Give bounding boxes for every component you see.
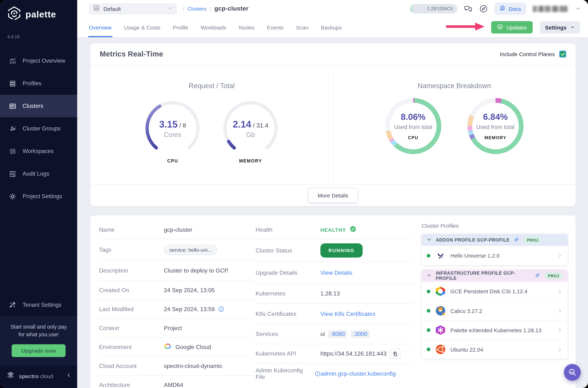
table-row: Kubernetes API https://34.54.126.181:443 bbox=[255, 344, 414, 364]
request-total-title: Request / Total bbox=[189, 82, 235, 90]
table-row: Services ui :8080 :3000 bbox=[255, 324, 414, 344]
app-version: 4.4.19 bbox=[0, 24, 77, 43]
check-circle-icon bbox=[349, 225, 356, 234]
tab-events[interactable]: Events bbox=[267, 18, 284, 37]
addon-profile-header[interactable]: ADDON PROFILE GCP-PROFILE PROJ bbox=[422, 234, 568, 246]
breadcrumb-clusters-link[interactable]: Clusters bbox=[187, 6, 206, 12]
sidebar-footer: spectro cloud bbox=[0, 365, 77, 388]
addon-profile-name: ADDON PROFILE GCP-PROFILE bbox=[436, 237, 510, 242]
memory-total-value: 31.4 bbox=[256, 122, 268, 129]
settings-label: Settings bbox=[545, 24, 566, 30]
chevron-right-icon bbox=[557, 308, 563, 314]
table-row: Tags service: hello-uni... bbox=[98, 239, 255, 261]
metrics-title: Metrics Real-Time bbox=[100, 50, 163, 58]
tools-icon bbox=[9, 301, 16, 309]
architecture-value: AMD64 bbox=[164, 382, 183, 388]
namespace-memory-caption: MEMORY bbox=[484, 135, 506, 140]
breadcrumb: / Clusters / gcp-cluster bbox=[183, 5, 249, 12]
tab-workloads[interactable]: Workloads bbox=[201, 18, 226, 37]
table-row: Kubernetes 1.28.13 bbox=[255, 284, 414, 304]
service-port-link[interactable]: :3000 bbox=[351, 330, 370, 338]
tab-overview[interactable]: Overview bbox=[89, 18, 112, 37]
infrastructure-profile-header[interactable]: INFRASTRUCTURE PROFILE GCP-PROFILE PROJ bbox=[422, 270, 568, 282]
bar-chart-icon bbox=[9, 57, 16, 65]
cpu-gauge: 3.15 / 8 Cores CPU bbox=[144, 99, 202, 164]
chevron-down-icon bbox=[168, 5, 173, 12]
memory-caption: MEMORY bbox=[239, 158, 262, 164]
copy-button[interactable] bbox=[390, 348, 401, 359]
docs-button[interactable]: Docs bbox=[495, 2, 526, 15]
status-badge: RUNNING bbox=[320, 243, 363, 258]
sidebar-item-clusters[interactable]: Clusters bbox=[0, 95, 77, 117]
compass-icon[interactable] bbox=[479, 4, 488, 13]
tab-profile[interactable]: Profile bbox=[173, 18, 188, 37]
gce-disk-logo-icon bbox=[435, 286, 445, 296]
sidebar-collapse-chevron-icon[interactable] bbox=[66, 373, 71, 379]
created-on-value: 24 Sep 2024, 13:05 bbox=[164, 287, 215, 293]
namespace-breakdown-panel: Namespace Breakdown 8.06% Used from tota… bbox=[333, 65, 576, 184]
upgrade-now-button[interactable]: Upgrade now bbox=[12, 344, 65, 357]
more-details-button[interactable]: More Details bbox=[309, 189, 357, 202]
metrics-card: Metrics Real-Time Include Control Planes… bbox=[90, 43, 576, 206]
include-control-planes-checkbox[interactable] bbox=[559, 51, 566, 58]
chat-icon[interactable] bbox=[464, 4, 473, 13]
sidebar-item-label: Project Overview bbox=[23, 58, 65, 64]
description-value: Cluster to deploy to GCP. bbox=[164, 267, 229, 274]
info-icon[interactable] bbox=[315, 371, 320, 377]
kubeconfig-download-link[interactable]: admin.gcp-cluster.kubeconfig bbox=[320, 370, 396, 377]
table-row: Upgrade Details View Details bbox=[255, 262, 414, 284]
user-name-redacted[interactable] bbox=[533, 6, 568, 12]
chevron-down-icon bbox=[427, 237, 431, 243]
table-row: Created On 24 Sep 2024, 13:05 bbox=[98, 281, 255, 300]
view-details-link[interactable]: View Details bbox=[320, 269, 352, 276]
profile-layer-row[interactable]: Palette eXtended Kubernetes 1.28.13 bbox=[422, 320, 568, 340]
cpu-caption: CPU bbox=[167, 158, 178, 164]
link-icon[interactable] bbox=[514, 237, 519, 243]
infrastructure-profile-name: INFRASTRUCTURE PROFILE GCP-PROFILE bbox=[436, 270, 530, 281]
profile-layer-name: Calico 3.27.2 bbox=[450, 308, 482, 314]
sidebar-item-audit-logs[interactable]: Audit Logs bbox=[0, 163, 77, 185]
profile-layer-row[interactable]: Calico 3.27.2 bbox=[422, 301, 568, 320]
hello-universe-logo-icon bbox=[435, 251, 445, 261]
details-column: Name gcp-cluster Tags service: hello-uni… bbox=[98, 218, 255, 388]
settings-button[interactable]: Settings bbox=[540, 21, 580, 33]
profile-layer-row[interactable]: Ubuntu 22.04 bbox=[422, 340, 568, 359]
kubernetes-api-value: https://34.54.126.181:443 bbox=[320, 350, 386, 357]
chevron-down-icon bbox=[427, 273, 431, 279]
tab-usage-costs[interactable]: Usage & Costs bbox=[124, 18, 160, 37]
status-dot bbox=[427, 348, 430, 351]
table-row: Admin Kubeconfig File admin.gcp-cluster.… bbox=[255, 364, 414, 384]
table-row: Description Cluster to deploy to GCP. bbox=[98, 261, 255, 281]
namespace-memory-subtitle: Used from total bbox=[476, 124, 515, 130]
profile-layer-row[interactable]: Hello Universe 1.2.0 bbox=[422, 246, 568, 265]
search-fab-button[interactable] bbox=[564, 364, 581, 381]
tab-backups[interactable]: Backups bbox=[321, 18, 342, 37]
sidebar-item-cluster-groups[interactable]: Cluster Groups bbox=[0, 117, 77, 140]
tab-actions: Updates Settings bbox=[446, 21, 580, 33]
charts-divider bbox=[333, 65, 333, 184]
gear-icon bbox=[9, 193, 16, 200]
updates-button[interactable]: Updates bbox=[491, 21, 533, 33]
info-icon[interactable] bbox=[218, 306, 224, 312]
addon-profile-group: ADDON PROFILE GCP-PROFILE PROJ bbox=[422, 234, 568, 265]
sidebar-item-tenant-settings[interactable]: Tenant Settings bbox=[0, 294, 77, 316]
sidebar-item-workspaces[interactable]: Workspaces bbox=[0, 140, 77, 163]
service-port-link[interactable]: :8080 bbox=[328, 330, 347, 338]
tab-nodes[interactable]: Nodes bbox=[239, 18, 254, 37]
sidebar-item-project-overview[interactable]: Project Overview bbox=[0, 49, 77, 72]
namespace-memory-percent: 6.84% bbox=[483, 112, 508, 122]
sidebar-item-profiles[interactable]: Profiles bbox=[0, 72, 77, 95]
view-k8s-certificates-link[interactable]: View K8s Certificates bbox=[320, 311, 375, 317]
chevron-right-icon bbox=[557, 289, 563, 294]
namespace-memory-donut: 6.84% Used from total MEMORY bbox=[468, 98, 523, 154]
network-nodes-icon bbox=[9, 125, 16, 132]
profile-layer-name: GCE Persistent Disk CSI 1.12.4 bbox=[450, 288, 528, 294]
upgrade-promo-text: Start small and only pay for what you us… bbox=[5, 323, 72, 339]
project-selector[interactable]: Default bbox=[89, 3, 177, 14]
sidebar-item-project-settings[interactable]: Project Settings bbox=[0, 185, 77, 208]
profile-layer-row[interactable]: GCE Persistent Disk CSI 1.12.4 bbox=[422, 282, 568, 301]
link-icon[interactable] bbox=[535, 272, 540, 279]
tag-chip[interactable]: service: hello-uni... bbox=[164, 245, 217, 255]
tab-scan[interactable]: Scan bbox=[296, 18, 308, 37]
status-column: Health HEALTHY Cluster Status RUNNING Up… bbox=[255, 218, 414, 388]
